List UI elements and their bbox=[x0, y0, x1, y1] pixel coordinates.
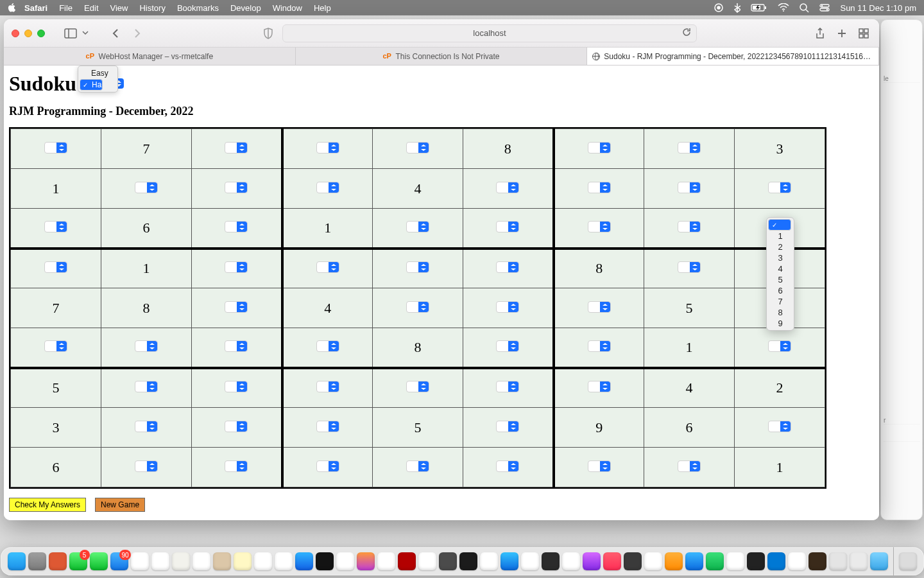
cell-number-select[interactable] bbox=[135, 381, 158, 392]
cell-number-select[interactable] bbox=[678, 221, 701, 232]
dock-reminders-icon[interactable] bbox=[131, 552, 149, 570]
cell-number-select[interactable] bbox=[316, 460, 339, 472]
cell-number-select[interactable] bbox=[135, 460, 158, 472]
tab-sudoku[interactable]: Sudoku - RJM Programming - December, 202… bbox=[587, 48, 879, 65]
cell-number-select[interactable] bbox=[225, 340, 248, 352]
cell-number-select[interactable] bbox=[225, 421, 248, 432]
minimize-window-button[interactable] bbox=[24, 30, 32, 37]
cell-number-select[interactable] bbox=[496, 340, 519, 352]
taboverview-icon[interactable] bbox=[856, 26, 871, 41]
number-option[interactable]: 7 bbox=[768, 296, 792, 307]
menubar-edit[interactable]: Edit bbox=[84, 3, 98, 13]
dock-maps-icon[interactable] bbox=[172, 552, 190, 570]
dock-contacts-icon[interactable] bbox=[213, 552, 231, 570]
dock-launchpad-icon[interactable] bbox=[28, 552, 46, 570]
number-option[interactable]: 8 bbox=[768, 307, 792, 318]
menubar-clock[interactable]: Sun 11 Dec 1:10 pm bbox=[840, 3, 916, 13]
menubar-app[interactable]: Safari bbox=[24, 3, 47, 13]
dock-chrome-icon[interactable] bbox=[788, 552, 806, 570]
dock-brackets-icon[interactable] bbox=[418, 552, 436, 570]
cell-number-select[interactable] bbox=[406, 301, 429, 313]
cell-number-select[interactable] bbox=[768, 340, 791, 352]
cell-number-select[interactable] bbox=[588, 460, 611, 472]
dock-firefox-icon[interactable] bbox=[357, 552, 375, 570]
cell-number-select[interactable] bbox=[316, 261, 339, 273]
dock-notes-icon[interactable] bbox=[234, 552, 252, 570]
cell-number-select[interactable] bbox=[135, 340, 158, 352]
dock-safari-icon[interactable] bbox=[336, 552, 354, 570]
menubar-file[interactable]: File bbox=[59, 3, 73, 13]
number-option[interactable]: 5 bbox=[768, 274, 792, 285]
back-button[interactable] bbox=[108, 26, 123, 41]
dock-messages-icon[interactable]: 5 bbox=[69, 552, 87, 570]
cell-number-select[interactable] bbox=[135, 182, 158, 193]
privacy-shield-icon[interactable] bbox=[261, 26, 276, 41]
cell-number-select[interactable] bbox=[406, 142, 429, 153]
cell-number-select[interactable] bbox=[588, 221, 611, 232]
cell-number-select[interactable] bbox=[496, 182, 519, 193]
dock-terminal-icon[interactable] bbox=[459, 552, 477, 570]
cell-number-select[interactable] bbox=[496, 381, 519, 392]
cell-number-select[interactable] bbox=[588, 340, 611, 352]
cell-number-select[interactable] bbox=[225, 301, 248, 313]
number-option[interactable]: 4 bbox=[768, 263, 792, 274]
cell-number-select[interactable] bbox=[135, 421, 158, 432]
reload-icon[interactable] bbox=[682, 28, 691, 39]
dock-vscode-icon[interactable] bbox=[767, 552, 785, 570]
number-option[interactable] bbox=[768, 219, 791, 231]
dock-audacity-icon[interactable] bbox=[542, 552, 560, 570]
cell-number-select[interactable] bbox=[44, 261, 67, 273]
cell-number-select[interactable] bbox=[406, 261, 429, 273]
dock-preview-icon[interactable] bbox=[480, 552, 498, 570]
dock-calendar-icon[interactable] bbox=[193, 552, 210, 570]
spotlight-icon[interactable] bbox=[800, 3, 809, 13]
menubar-window[interactable]: Window bbox=[273, 3, 302, 13]
dock-intellij-icon[interactable] bbox=[747, 552, 765, 570]
apple-icon[interactable] bbox=[8, 3, 17, 12]
newtab-icon[interactable] bbox=[834, 26, 850, 41]
dock-logic-icon[interactable] bbox=[624, 552, 642, 570]
cell-number-select[interactable] bbox=[316, 381, 339, 392]
cell-number-select[interactable] bbox=[496, 421, 519, 432]
cell-number-select[interactable] bbox=[225, 221, 248, 232]
dock-facetime-icon[interactable] bbox=[90, 552, 108, 570]
tab-webhost[interactable]: cPWebHost Manager – vs-rmetcalfe bbox=[4, 48, 296, 65]
number-option[interactable]: 2 bbox=[768, 241, 792, 252]
cell-number-select[interactable] bbox=[406, 460, 429, 472]
cell-number-select[interactable] bbox=[225, 381, 248, 392]
cell-number-select[interactable] bbox=[316, 182, 339, 193]
cell-number-select[interactable] bbox=[588, 182, 611, 193]
dock-freeform-icon[interactable] bbox=[254, 552, 272, 570]
forward-button[interactable] bbox=[130, 26, 145, 41]
dock-tv-icon[interactable] bbox=[316, 552, 334, 570]
screenrecord-icon[interactable] bbox=[714, 3, 724, 13]
cell-number-select[interactable] bbox=[316, 340, 339, 352]
cell-number-select[interactable] bbox=[496, 460, 519, 472]
zoom-window-button[interactable] bbox=[37, 30, 45, 37]
difficulty-dropdown[interactable]: Easy Hard bbox=[78, 66, 118, 92]
chevron-down-icon[interactable] bbox=[81, 26, 90, 41]
cell-number-select[interactable] bbox=[496, 221, 519, 232]
controlcenter-icon[interactable] bbox=[819, 4, 830, 12]
cell-number-select[interactable] bbox=[588, 301, 611, 313]
cell-number-select[interactable] bbox=[44, 221, 67, 232]
dock-slack-icon[interactable] bbox=[644, 552, 662, 570]
dock-keynote-icon[interactable] bbox=[685, 552, 703, 570]
dock-news-icon[interactable] bbox=[275, 552, 293, 570]
number-option[interactable]: 1 bbox=[768, 231, 792, 241]
cell-number-select[interactable] bbox=[406, 221, 429, 232]
menubar-bookmarks[interactable]: Bookmarks bbox=[177, 3, 219, 13]
cell-number-select[interactable] bbox=[316, 421, 339, 432]
cell-number-select[interactable] bbox=[496, 261, 519, 273]
cell-number-select[interactable] bbox=[678, 182, 701, 193]
share-icon[interactable] bbox=[812, 26, 828, 41]
dock-music-icon[interactable] bbox=[603, 552, 621, 570]
number-option[interactable]: 9 bbox=[768, 318, 792, 329]
cell-number-select[interactable] bbox=[678, 142, 701, 153]
cell-number-select[interactable] bbox=[678, 460, 701, 472]
dock-duckduckgo-icon[interactable] bbox=[49, 552, 67, 570]
cell-number-select[interactable] bbox=[225, 182, 248, 193]
dock-trash-icon[interactable] bbox=[899, 552, 917, 570]
number-option[interactable]: 6 bbox=[768, 285, 792, 296]
cell-number-select[interactable] bbox=[768, 182, 791, 193]
